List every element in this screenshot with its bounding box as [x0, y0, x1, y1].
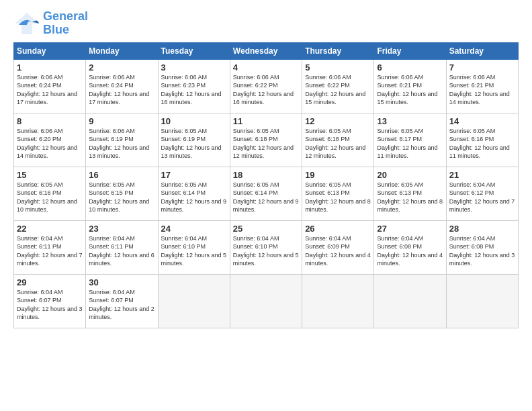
day-number-26: 26 — [305, 224, 371, 234]
day-number-12: 12 — [305, 116, 371, 126]
day-info-20: Sunrise: 6:05 AM Sunset: 6:13 PM Dayligh… — [377, 181, 443, 214]
day-info-10: Sunrise: 6:05 AM Sunset: 6:19 PM Dayligh… — [161, 127, 227, 161]
day-cell-4: 4 Sunrise: 6:06 AM Sunset: 6:22 PM Dayli… — [230, 59, 302, 113]
day-cell-22: 22 Sunrise: 6:04 AM Sunset: 6:11 PM Dayl… — [14, 220, 86, 274]
page: General Blue Sunday Monday Tuesday Wedne… — [0, 0, 532, 411]
day-number-6: 6 — [377, 62, 443, 73]
day-info-23: Sunrise: 6:04 AM Sunset: 6:11 PM Dayligh… — [89, 234, 154, 268]
empty-cell — [302, 274, 374, 328]
day-number-16: 16 — [89, 170, 154, 180]
day-info-26: Sunrise: 6:04 AM Sunset: 6:09 PM Dayligh… — [305, 234, 371, 268]
day-number-14: 14 — [449, 116, 515, 126]
day-number-30: 30 — [89, 277, 154, 287]
day-info-27: Sunrise: 6:04 AM Sunset: 6:08 PM Dayligh… — [377, 234, 443, 268]
day-info-7: Sunrise: 6:06 AM Sunset: 6:21 PM Dayligh… — [449, 73, 515, 107]
day-cell-19: 19 Sunrise: 6:05 AM Sunset: 6:13 PM Dayl… — [302, 167, 374, 220]
day-number-3: 3 — [161, 62, 227, 73]
day-info-8: Sunrise: 6:06 AM Sunset: 6:20 PM Dayligh… — [17, 127, 83, 161]
day-number-13: 13 — [377, 116, 443, 126]
day-number-24: 24 — [161, 224, 227, 234]
day-number-18: 18 — [233, 170, 299, 180]
day-cell-18: 18 Sunrise: 6:05 AM Sunset: 6:14 PM Dayl… — [230, 167, 302, 220]
day-number-27: 27 — [377, 224, 443, 234]
day-cell-13: 13 Sunrise: 6:05 AM Sunset: 6:17 PM Dayl… — [374, 113, 446, 167]
day-number-17: 17 — [161, 170, 227, 180]
day-cell-30: 30 Sunrise: 6:04 AM Sunset: 6:07 PM Dayl… — [86, 274, 158, 328]
day-cell-26: 26 Sunrise: 6:04 AM Sunset: 6:09 PM Dayl… — [302, 220, 374, 274]
day-cell-15: 15 Sunrise: 6:05 AM Sunset: 6:16 PM Dayl… — [14, 167, 86, 220]
calendar-table: Sunday Monday Tuesday Wednesday Thursday… — [13, 42, 519, 328]
logo-text: General — [43, 10, 88, 24]
day-info-13: Sunrise: 6:05 AM Sunset: 6:17 PM Dayligh… — [377, 127, 443, 161]
day-info-4: Sunrise: 6:06 AM Sunset: 6:22 PM Dayligh… — [233, 73, 299, 107]
day-number-11: 11 — [233, 116, 299, 126]
day-info-22: Sunrise: 6:04 AM Sunset: 6:11 PM Dayligh… — [17, 234, 83, 268]
day-number-28: 28 — [449, 224, 515, 234]
day-cell-16: 16 Sunrise: 6:05 AM Sunset: 6:15 PM Dayl… — [86, 167, 158, 220]
week-row-2: 8 Sunrise: 6:06 AM Sunset: 6:20 PM Dayli… — [14, 113, 519, 167]
week-row-3: 15 Sunrise: 6:05 AM Sunset: 6:16 PM Dayl… — [14, 167, 519, 220]
day-cell-27: 27 Sunrise: 6:04 AM Sunset: 6:08 PM Dayl… — [374, 220, 446, 274]
day-cell-28: 28 Sunrise: 6:04 AM Sunset: 6:08 PM Dayl… — [446, 220, 518, 274]
day-cell-6: 6 Sunrise: 6:06 AM Sunset: 6:21 PM Dayli… — [374, 59, 446, 113]
day-number-9: 9 — [89, 116, 154, 126]
day-cell-20: 20 Sunrise: 6:05 AM Sunset: 6:13 PM Dayl… — [374, 167, 446, 220]
empty-cell — [230, 274, 302, 328]
day-info-15: Sunrise: 6:05 AM Sunset: 6:16 PM Dayligh… — [17, 181, 83, 214]
day-number-22: 22 — [17, 224, 83, 234]
day-info-6: Sunrise: 6:06 AM Sunset: 6:21 PM Dayligh… — [377, 73, 443, 107]
day-number-8: 8 — [17, 116, 83, 126]
day-number-29: 29 — [17, 277, 83, 287]
day-info-28: Sunrise: 6:04 AM Sunset: 6:08 PM Dayligh… — [449, 234, 515, 268]
day-cell-1: 1 Sunrise: 6:06 AM Sunset: 6:24 PM Dayli… — [14, 59, 86, 113]
day-number-21: 21 — [449, 170, 515, 180]
day-number-15: 15 — [17, 170, 83, 180]
day-info-30: Sunrise: 6:04 AM Sunset: 6:07 PM Dayligh… — [89, 288, 154, 322]
day-info-29: Sunrise: 6:04 AM Sunset: 6:07 PM Dayligh… — [17, 288, 83, 322]
col-thursday: Thursday — [302, 42, 374, 59]
day-cell-11: 11 Sunrise: 6:05 AM Sunset: 6:18 PM Dayl… — [230, 113, 302, 167]
day-number-2: 2 — [89, 62, 154, 73]
day-cell-17: 17 Sunrise: 6:05 AM Sunset: 6:14 PM Dayl… — [158, 167, 230, 220]
day-info-11: Sunrise: 6:05 AM Sunset: 6:18 PM Dayligh… — [233, 127, 299, 161]
day-number-20: 20 — [377, 170, 443, 180]
day-cell-14: 14 Sunrise: 6:05 AM Sunset: 6:16 PM Dayl… — [446, 113, 518, 167]
day-cell-10: 10 Sunrise: 6:05 AM Sunset: 6:19 PM Dayl… — [158, 113, 230, 167]
day-number-4: 4 — [233, 62, 299, 73]
day-info-3: Sunrise: 6:06 AM Sunset: 6:23 PM Dayligh… — [161, 73, 227, 107]
week-row-1: 1 Sunrise: 6:06 AM Sunset: 6:24 PM Dayli… — [14, 59, 519, 113]
day-cell-12: 12 Sunrise: 6:05 AM Sunset: 6:18 PM Dayl… — [302, 113, 374, 167]
day-info-9: Sunrise: 6:06 AM Sunset: 6:19 PM Dayligh… — [89, 127, 154, 161]
logo-icon — [13, 11, 40, 36]
logo-text2: Blue — [43, 24, 88, 37]
col-friday: Friday — [374, 42, 446, 59]
day-info-2: Sunrise: 6:06 AM Sunset: 6:24 PM Dayligh… — [89, 73, 154, 107]
empty-cell — [446, 274, 518, 328]
day-number-1: 1 — [17, 62, 83, 73]
day-number-10: 10 — [161, 116, 227, 126]
empty-cell — [374, 274, 446, 328]
day-info-21: Sunrise: 6:04 AM Sunset: 6:12 PM Dayligh… — [449, 181, 515, 214]
day-cell-8: 8 Sunrise: 6:06 AM Sunset: 6:20 PM Dayli… — [14, 113, 86, 167]
day-cell-5: 5 Sunrise: 6:06 AM Sunset: 6:22 PM Dayli… — [302, 59, 374, 113]
day-info-25: Sunrise: 6:04 AM Sunset: 6:10 PM Dayligh… — [233, 234, 299, 268]
day-number-23: 23 — [89, 224, 154, 234]
day-info-24: Sunrise: 6:04 AM Sunset: 6:10 PM Dayligh… — [161, 234, 227, 268]
day-cell-3: 3 Sunrise: 6:06 AM Sunset: 6:23 PM Dayli… — [158, 59, 230, 113]
day-cell-9: 9 Sunrise: 6:06 AM Sunset: 6:19 PM Dayli… — [86, 113, 158, 167]
day-cell-21: 21 Sunrise: 6:04 AM Sunset: 6:12 PM Dayl… — [446, 167, 518, 220]
day-info-16: Sunrise: 6:05 AM Sunset: 6:15 PM Dayligh… — [89, 181, 154, 214]
day-info-5: Sunrise: 6:06 AM Sunset: 6:22 PM Dayligh… — [305, 73, 371, 107]
week-row-5: 29 Sunrise: 6:04 AM Sunset: 6:07 PM Dayl… — [14, 274, 519, 328]
day-number-5: 5 — [305, 62, 371, 73]
day-cell-29: 29 Sunrise: 6:04 AM Sunset: 6:07 PM Dayl… — [14, 274, 86, 328]
col-tuesday: Tuesday — [158, 42, 230, 59]
day-info-19: Sunrise: 6:05 AM Sunset: 6:13 PM Dayligh… — [305, 181, 371, 214]
logo: General Blue — [13, 10, 88, 37]
day-info-17: Sunrise: 6:05 AM Sunset: 6:14 PM Dayligh… — [161, 181, 227, 214]
day-info-1: Sunrise: 6:06 AM Sunset: 6:24 PM Dayligh… — [17, 73, 83, 107]
day-info-12: Sunrise: 6:05 AM Sunset: 6:18 PM Dayligh… — [305, 127, 371, 161]
day-cell-2: 2 Sunrise: 6:06 AM Sunset: 6:24 PM Dayli… — [86, 59, 158, 113]
day-info-18: Sunrise: 6:05 AM Sunset: 6:14 PM Dayligh… — [233, 181, 299, 214]
col-wednesday: Wednesday — [230, 42, 302, 59]
